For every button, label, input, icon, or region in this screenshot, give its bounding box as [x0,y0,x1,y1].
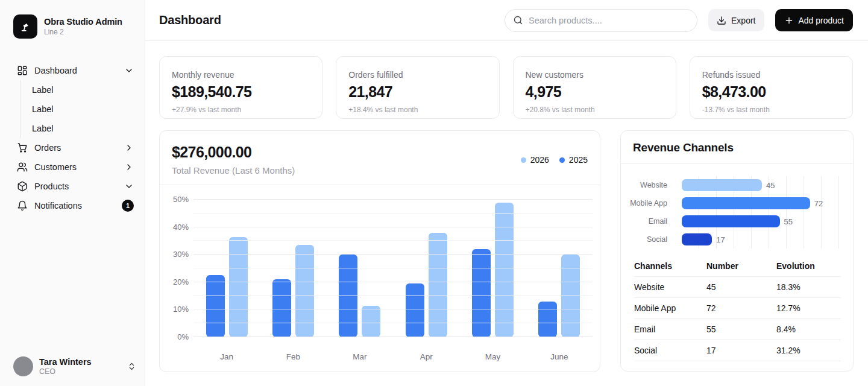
gridline [193,254,593,255]
sidebar-item-dashboard[interactable]: Dashboard [13,61,136,80]
sidebar-subitem-1[interactable]: Label [32,80,136,100]
export-label: Export [731,16,755,25]
content: Monthly revenue $189,540.75 +27.9% vs la… [145,41,868,372]
x-axis-labels: JanFebMarAprMayJune [193,352,593,361]
bar-2025-June[interactable] [538,302,557,337]
dashboard-sub-list: Label Label Label [20,80,136,138]
x-tick-Apr: Apr [393,352,459,361]
sidebar-item-customers[interactable]: Customers [13,157,136,177]
legend-label: 2025 [569,155,588,165]
gridline [193,309,593,309]
total-revenue-chart-card: $276,000.00 Total Revenue (Last 6 Months… [159,130,600,372]
search-bar [505,9,697,32]
bar-2025-May[interactable] [472,249,491,337]
legend-item-2026[interactable]: 2026 [521,155,549,165]
sidebar: Obra Studio Admin Line 2 Dashboard Label… [0,0,145,386]
stat-value: 21,847 [348,83,486,101]
search-input[interactable] [529,16,689,25]
chart-legend: 2026 2025 [521,155,588,165]
table-cell: 18.3% [776,282,841,292]
table-row: Mobile App7212.7% [634,298,841,319]
table-row: Email558.4% [634,319,841,340]
chevron-right-icon [124,162,134,172]
plus-icon [784,16,794,25]
brand-name: Obra Studio Admin [44,17,122,27]
table-cell: 12.7% [776,303,841,313]
y-axis-labels: 0%10%20%30%40%50% [160,185,189,337]
channel-bar-area: 55 [682,212,842,230]
y-tick: 20% [173,277,189,286]
table-cell: 45 [706,282,776,292]
sidebar-item-products[interactable]: Products [13,177,136,196]
channel-bar[interactable] [682,233,712,245]
avatar [13,356,33,376]
stat-delta: +18.4% vs last month [348,106,486,114]
user-menu[interactable]: Tara Winters CEO [13,356,136,376]
gridline [193,296,593,296]
shopping-cart-icon [17,142,28,153]
gridline [193,282,593,282]
x-tick-Jan: Jan [193,352,260,361]
chevron-down-icon [124,66,134,75]
brand-subtitle: Line 2 [44,28,122,36]
bar-2026-Jan[interactable] [229,237,248,337]
sidebar-subitem-2[interactable]: Label [32,100,136,119]
channel-bar[interactable] [682,215,780,227]
add-product-button[interactable]: Add product [775,9,854,31]
channel-label: Social [621,235,682,244]
stat-delta: -13.7% vs last month [702,106,840,114]
page-title: Dashboard [159,13,221,27]
channel-row-email: Email55 [621,212,842,230]
bar-2025-Feb[interactable] [272,279,291,337]
channel-value: 72 [814,199,823,208]
sidebar-item-orders[interactable]: Orders [13,138,136,157]
channel-bar-area: 17 [682,230,842,248]
channel-label: Website [621,181,682,189]
user-name: Tara Winters [39,357,92,367]
export-button[interactable]: Export [708,9,764,31]
download-icon [717,16,726,25]
table-cell: 55 [706,324,776,334]
sidebar-item-notifications[interactable]: Notifications 1 [13,196,136,215]
channel-bar[interactable] [682,197,810,209]
gridline [193,199,593,200]
bar-2026-May[interactable] [495,203,514,337]
table-cell: 8.4% [776,324,841,334]
channel-row-website: Website45 [621,176,842,194]
app-root: Obra Studio Admin Line 2 Dashboard Label… [0,0,868,386]
chart-body: 0%10%20%30%40%50% JanFebMarAprMayJune [160,185,600,372]
legend-item-2025[interactable]: 2025 [559,155,588,165]
sidebar-subitem-3[interactable]: Label [32,119,136,138]
channel-bar[interactable] [682,179,762,191]
brand-logo[interactable] [13,14,37,39]
gridline [193,213,593,214]
user-role: CEO [39,367,92,376]
y-tick: 50% [173,195,189,204]
revenue-channels-card: Revenue Channels Website45Mobile App72Em… [620,130,854,372]
y-tick: 10% [173,305,189,314]
bar-2026-Mar[interactable] [362,306,380,337]
channel-value: 55 [784,217,793,226]
bar-2025-Apr[interactable] [406,283,424,337]
gridline [193,323,593,323]
stat-card-refunds-issued: Refunds issued $8,473.00 -13.7% vs last … [690,56,853,119]
sidebar-nav: Dashboard Label Label Label Orders [13,61,136,215]
bar-group-Jan [193,237,260,337]
bar-2026-Apr[interactable] [429,233,447,337]
table-row: Social1731.2% [634,340,841,361]
chart-subtitle: Total Revenue (Last 6 Months) [172,165,588,176]
channel-row-social: Social17 [621,230,842,248]
gridline [193,268,593,268]
y-tick: 40% [173,223,189,232]
table-cell: Website [634,282,706,292]
table-cell: 72 [706,303,776,313]
table-cell: 31.2% [776,346,841,355]
gridline [193,337,593,337]
chevrons-up-down-icon [127,362,136,371]
user-info: Tara Winters CEO [39,357,92,376]
main-area: Dashboard Export Add product [145,0,868,386]
package-icon [17,181,28,192]
bar-2025-Jan[interactable] [206,275,225,337]
sidebar-item-label: Orders [34,143,61,153]
bar-group-Apr [393,233,459,337]
